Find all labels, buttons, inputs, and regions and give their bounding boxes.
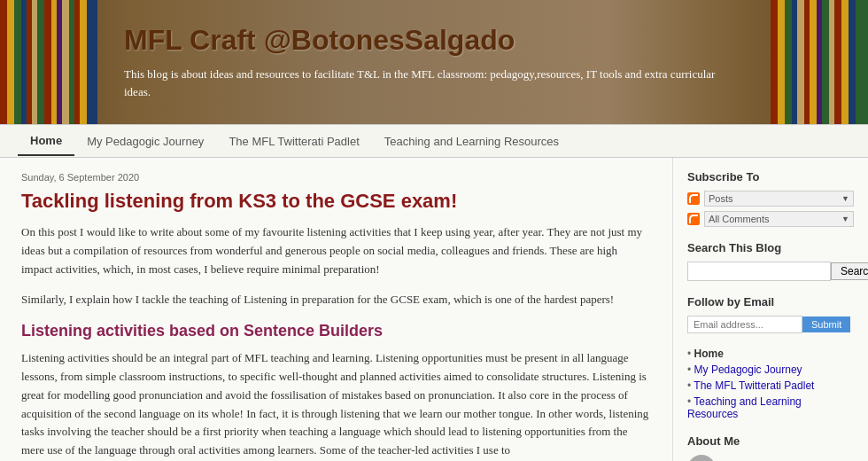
main-nav: Home My Pedagogic Journey The MFL Twitte… — [0, 124, 868, 158]
comments-label: All Comments — [709, 214, 769, 224]
subscribe-title: Subscribe To — [687, 170, 854, 184]
search-input[interactable] — [687, 262, 831, 281]
site-title: MFL Craft @BotonesSalgado — [124, 24, 744, 57]
sidebar-link-twitterati: The MFL Twitterati Padlet — [687, 379, 854, 392]
post-title: Tackling listening from KS3 to the GCSE … — [21, 190, 651, 213]
site-header: MFL Craft @BotonesSalgado This blog is a… — [0, 0, 868, 124]
main-container: Sunday, 6 September 2020 Tackling listen… — [0, 158, 868, 461]
sidebar-link-twitterati-anchor[interactable]: The MFL Twitterati Padlet — [694, 379, 814, 392]
sidebar: Subscribe To Posts ▼ All Comments ▼ Sear… — [673, 158, 868, 461]
subscribe-section: Subscribe To Posts ▼ All Comments ▼ — [687, 170, 854, 227]
post-body-1: On this post I would like to write about… — [21, 223, 651, 278]
about-section: About Me Esmeralda Salgado — [687, 434, 854, 461]
search-button[interactable]: Search — [831, 262, 868, 280]
avatar — [687, 455, 716, 461]
follow-email-section: Follow by Email Submit — [687, 295, 854, 333]
nav-home[interactable]: Home — [18, 127, 74, 156]
section-title: Listening activities based on Sentence B… — [21, 322, 651, 340]
about-title: About Me — [687, 434, 854, 448]
sidebar-links-section: Home My Pedagogic Journey The MFL Twitte… — [687, 348, 854, 420]
post-body-2: Similarly, I explain how I tackle the te… — [21, 291, 651, 309]
nav-teaching[interactable]: Teaching and Learning Resources — [372, 128, 571, 155]
rss-comments-icon — [687, 213, 700, 225]
posts-subscribe-row: Posts ▼ — [687, 191, 854, 207]
section-body: Listening activities should be an integr… — [21, 349, 651, 460]
sidebar-link-teaching: Teaching and Learning Resources — [687, 395, 854, 420]
sidebar-link-pedagogic: My Pedagogic Journey — [687, 363, 854, 376]
follow-email-title: Follow by Email — [687, 295, 854, 309]
sidebar-link-home: Home — [687, 348, 854, 360]
posts-dropdown-arrow: ▼ — [841, 194, 849, 203]
email-input[interactable] — [687, 316, 802, 333]
comments-dropdown-arrow: ▼ — [841, 215, 849, 223]
nav-twitterati[interactable]: The MFL Twitterati Padlet — [216, 128, 371, 155]
search-row: Search — [687, 262, 854, 281]
sidebar-link-teaching-anchor[interactable]: Teaching and Learning Resources — [687, 395, 802, 420]
search-title: Search This Blog — [687, 241, 854, 254]
nav-pedagogic[interactable]: My Pedagogic Journey — [74, 128, 216, 155]
about-row: Esmeralda Salgado — [687, 455, 854, 461]
post-content: Sunday, 6 September 2020 Tackling listen… — [0, 158, 673, 461]
books-decoration-left — [0, 0, 97, 124]
email-row: Submit — [687, 316, 854, 333]
sidebar-link-pedagogic-anchor[interactable]: My Pedagogic Journey — [694, 363, 802, 376]
site-subtitle: This blog is about ideas and resources t… — [124, 66, 744, 100]
sidebar-links-list: Home My Pedagogic Journey The MFL Twitte… — [687, 348, 854, 420]
comments-subscribe-row: All Comments ▼ — [687, 211, 854, 227]
posts-label: Posts — [709, 193, 733, 204]
submit-email-button[interactable]: Submit — [802, 316, 850, 332]
comments-dropdown[interactable]: All Comments ▼ — [704, 211, 854, 227]
posts-dropdown[interactable]: Posts ▼ — [704, 191, 854, 207]
search-section: Search This Blog Search — [687, 241, 854, 281]
books-decoration-right — [771, 0, 868, 124]
sidebar-link-home-anchor[interactable]: Home — [694, 348, 724, 360]
rss-posts-icon — [687, 192, 700, 205]
header-content: MFL Craft @BotonesSalgado This blog is a… — [124, 24, 744, 100]
post-date: Sunday, 6 September 2020 — [21, 172, 651, 183]
